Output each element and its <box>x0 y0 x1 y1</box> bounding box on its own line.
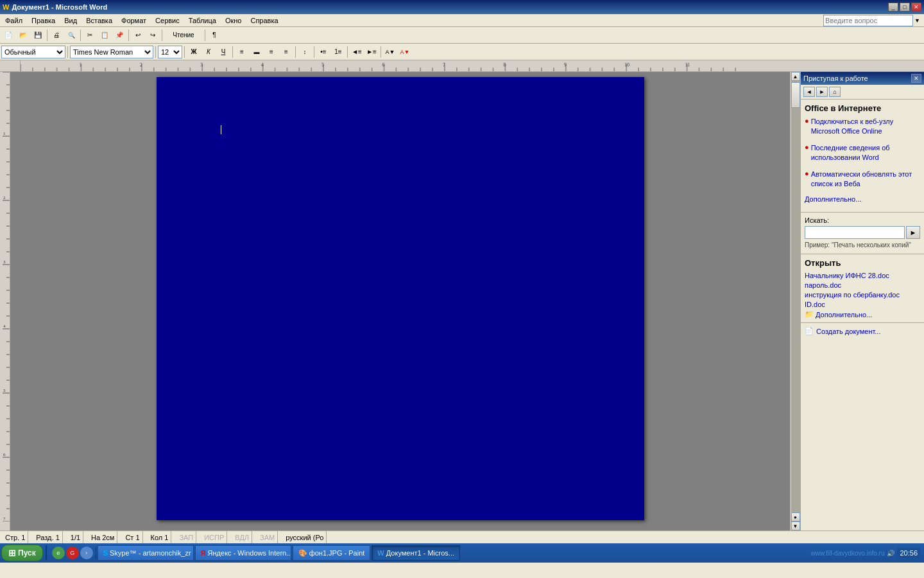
redo-button[interactable]: ↪ <box>146 28 160 42</box>
menu-help[interactable]: Справка <box>246 15 282 26</box>
underline-button[interactable]: Ч <box>216 45 230 59</box>
taskbar-item-paint[interactable]: 🎨 фон1.JPG - Paint <box>293 545 371 561</box>
open-file-1[interactable]: Начальнику ИФНС 28.doc <box>805 272 920 279</box>
scroll-track <box>791 81 800 512</box>
taskbar-item-yandex[interactable]: Я Яндекс - Windows Intern... <box>195 545 291 561</box>
scroll-thumb[interactable] <box>791 82 800 108</box>
start-button[interactable]: ⊞ Пуск <box>1 545 43 561</box>
increase-indent-button[interactable]: ►≡ <box>364 45 379 59</box>
create-doc-label[interactable]: Создать документ... <box>816 328 880 335</box>
panel-more-link[interactable]: Дополнительно... <box>805 195 920 203</box>
undo-button[interactable]: ↩ <box>131 28 145 42</box>
document-page[interactable] <box>157 77 644 520</box>
panel-link-3[interactable]: Автоматически обновлять этот список из В… <box>811 170 920 189</box>
bullet-icon-1: ● <box>805 117 809 125</box>
browser-icon[interactable]: G <box>66 547 79 559</box>
cut-button[interactable]: ✂ <box>83 28 97 42</box>
panel-link-1[interactable]: Подключиться к веб-узлу Microsoft Office… <box>811 117 920 137</box>
style-select[interactable]: Обычный <box>1 46 65 58</box>
align-right-button[interactable]: ≡ <box>264 45 278 59</box>
menu-tools[interactable]: Сервис <box>151 15 184 26</box>
vertical-scrollbar[interactable]: ▲ ● ▼ <box>790 72 800 530</box>
panel-header: Приступая к работе ✕ <box>801 72 924 85</box>
font-color-button[interactable]: A▼ <box>398 45 412 59</box>
browser2-icon[interactable]: › <box>80 547 93 559</box>
reading-button[interactable]: Чтение <box>164 28 203 42</box>
justify-button[interactable]: ≡ <box>279 45 293 59</box>
volume-icon[interactable]: 🔊 <box>887 550 894 557</box>
menu-table[interactable]: Таблица <box>185 15 220 26</box>
decrease-indent-button[interactable]: ◄≡ <box>350 45 364 59</box>
panel-forward-button[interactable]: ► <box>816 87 828 97</box>
open-more-link[interactable]: 📁 Дополнительно... <box>805 310 920 319</box>
title-bar-controls[interactable]: _ □ ✕ <box>888 3 921 12</box>
taskbar-item-skype[interactable]: S Skype™ - artamonchik_zr <box>98 545 194 561</box>
help-dropdown[interactable]: ▼ <box>914 17 920 24</box>
search-example: Пример: "Печать нескольких копий" <box>805 241 920 250</box>
font-select[interactable]: Times New Roman <box>70 46 153 58</box>
skype-icon: S <box>103 549 108 557</box>
scroll-down-button[interactable]: ▼ <box>791 521 800 530</box>
font-size-select[interactable]: 12 <box>158 46 182 58</box>
status-zap: ЗАП <box>176 531 196 543</box>
line-spacing-button[interactable]: ↕ <box>298 45 312 59</box>
align-left-button[interactable]: ≡ <box>235 45 249 59</box>
open-more-text[interactable]: Дополнительно... <box>816 311 872 319</box>
status-bar: Стр. 1 Разд. 1 1/1 На 2см Ст 1 Кол 1 ЗАП… <box>0 530 924 543</box>
select-browse-button[interactable]: ● <box>791 512 800 521</box>
ie-icon[interactable]: e <box>52 547 65 559</box>
right-panel: Приступая к работе ✕ ◄ ► ⌂ Office в Инте… <box>800 72 924 530</box>
menu-window[interactable]: Окно <box>221 15 246 26</box>
paste-button[interactable]: 📌 <box>112 28 126 42</box>
panel-link-2[interactable]: Последние сведения об использовании Word <box>811 143 920 163</box>
open-button[interactable]: 📂 <box>16 28 30 42</box>
menu-insert[interactable]: Вставка <box>82 15 116 26</box>
menu-edit[interactable]: Правка <box>28 15 59 26</box>
menu-format[interactable]: Формат <box>117 15 150 26</box>
align-center-button[interactable]: ▬ <box>250 45 264 59</box>
pilcrow-button[interactable]: ¶ <box>207 28 221 42</box>
scroll-up-button[interactable]: ▲ <box>791 72 800 81</box>
italic-button[interactable]: К <box>201 45 216 59</box>
menu-view[interactable]: Вид <box>60 15 81 26</box>
preview-button[interactable]: 🔍 <box>64 28 78 42</box>
window-title: Документ1 - Microsoft Word <box>12 3 107 11</box>
panel-close-button[interactable]: ✕ <box>911 74 921 83</box>
status-line: Ст 1 <box>123 531 142 543</box>
clock: 20:56 <box>897 548 920 558</box>
create-document-item[interactable]: 📄 Создать документ... <box>805 327 920 335</box>
panel-item-2: ● Последние сведения об использовании Wo… <box>805 143 920 166</box>
quick-launch: e G › <box>49 547 96 559</box>
panel-back-button[interactable]: ◄ <box>803 87 815 97</box>
menu-file[interactable]: Файл <box>1 15 26 26</box>
taskbar-separator <box>46 545 47 561</box>
close-button[interactable]: ✕ <box>911 3 921 12</box>
separator-f6 <box>314 46 314 58</box>
help-search-input[interactable] <box>823 15 913 26</box>
save-button[interactable]: 💾 <box>31 28 45 42</box>
title-bar: W Документ1 - Microsoft Word _ □ ✕ <box>0 0 924 14</box>
numbered-list-button[interactable]: 1≡ <box>331 45 345 59</box>
copy-button[interactable]: 📋 <box>98 28 112 42</box>
new-button[interactable]: 📄 <box>1 28 15 42</box>
panel-search-input[interactable] <box>805 226 905 239</box>
status-position: На 2см <box>89 531 117 543</box>
bold-button[interactable]: Ж <box>187 45 201 59</box>
bullet-list-button[interactable]: •≡ <box>316 45 330 59</box>
restore-button[interactable]: □ <box>900 3 910 12</box>
bullet-icon-3: ● <box>805 170 809 177</box>
v-ruler-canvas <box>0 72 10 521</box>
open-file-2[interactable]: пароль.doc <box>805 281 920 289</box>
open-file-3[interactable]: инструкция по сбербанку.doc <box>805 291 920 299</box>
open-file-4[interactable]: ID.doc <box>805 301 920 308</box>
highlight-button[interactable]: A▼ <box>383 45 397 59</box>
search-section: Искать: ► Пример: "Печать нескольких коп… <box>801 212 924 254</box>
vertical-ruler <box>0 72 10 530</box>
minimize-button[interactable]: _ <box>888 3 898 12</box>
taskbar-item-word[interactable]: W Документ1 - Micros... <box>372 545 460 561</box>
search-go-button[interactable]: ► <box>906 226 920 239</box>
document-area[interactable] <box>10 72 790 530</box>
print-button[interactable]: 🖨 <box>49 28 64 42</box>
panel-home-button[interactable]: ⌂ <box>829 87 841 97</box>
folder-icon: 📁 <box>805 310 814 319</box>
